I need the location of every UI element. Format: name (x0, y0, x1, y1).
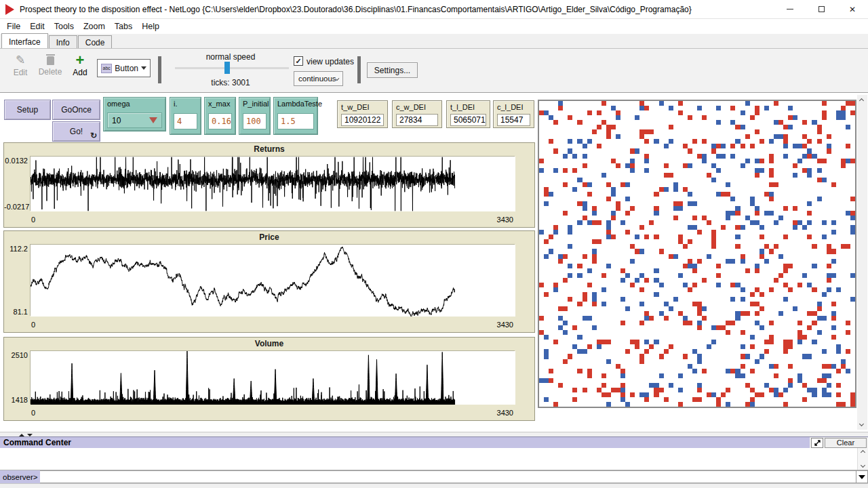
monitor-label: c_l_DEI (497, 103, 524, 111)
input-label: i. (174, 100, 178, 108)
x-axis-min-label: 0 (31, 409, 35, 417)
toolbar-separator (357, 56, 361, 83)
command-center-expand-button[interactable] (811, 438, 823, 448)
chooser-value: 10 (112, 116, 121, 125)
y-axis-max-label: 0.0132 (4, 157, 28, 165)
tabbar: Interface Info Code (0, 34, 868, 49)
edit-widget-button[interactable]: ✎ Edit (8, 55, 33, 77)
scroll-up-icon[interactable] (859, 98, 864, 103)
widget-type-value: Button (115, 64, 138, 73)
window-bottom-edge (0, 484, 868, 488)
monitor-c-l-dei: c_l_DEI 15547 (493, 100, 534, 128)
omega-chooser[interactable]: omega 10 (103, 97, 166, 131)
plot-title: Returns (4, 144, 534, 154)
delete-widget-button[interactable]: Delete (35, 55, 65, 77)
dropdown-triangle-icon (859, 475, 865, 479)
plot-title: Volume (4, 339, 534, 348)
command-input-row: observer> (0, 470, 868, 484)
observer-prompt: observer> (0, 470, 40, 483)
widget-type-dropdown[interactable]: abc Button (97, 59, 151, 77)
chooser-dropdown-icon (149, 117, 157, 123)
x-axis-max-label: 3430 (497, 409, 513, 417)
chevron-down-icon (141, 66, 146, 70)
input-value-field[interactable]: 100 (243, 113, 267, 129)
clear-button[interactable]: Clear (825, 438, 867, 448)
price-plot: Price 112.2 81.1 0 3430 (3, 230, 535, 333)
command-input[interactable] (40, 470, 856, 483)
input-value-field[interactable]: 1.5 (277, 113, 314, 129)
input-label: P_initial (243, 100, 269, 108)
x-axis-min-label: 0 (31, 216, 35, 224)
input-label: LambdaTeste (277, 100, 322, 108)
menu-edit[interactable]: Edit (25, 20, 50, 33)
command-center-splitter[interactable] (0, 432, 868, 436)
add-widget-button[interactable]: + Add (68, 55, 92, 77)
command-center-title: Command Center (0, 437, 810, 448)
chooser-value-box[interactable]: 10 (107, 113, 162, 128)
monitor-c-w-dei: c_w_DEI 27834 (392, 100, 442, 128)
input-p-initial: P_initial 100 (239, 97, 271, 135)
plot-area (30, 350, 515, 404)
menu-tools[interactable]: Tools (50, 20, 79, 33)
monitor-t-w-dei: t_w_DEI 10920122 (337, 100, 388, 128)
input-i: i. 4 (170, 97, 201, 135)
tab-interface[interactable]: Interface (1, 33, 48, 48)
maximize-button[interactable] (806, 0, 837, 19)
window-title: Prospect theory to the disposition effec… (20, 5, 774, 14)
volume-canvas (31, 351, 515, 405)
y-axis-max-label: 2510 (4, 351, 28, 359)
toolbar-separator (158, 56, 161, 83)
tab-code[interactable]: Code (78, 35, 113, 48)
go-once-button[interactable]: GoOnce (52, 100, 100, 120)
netlogo-app-icon (5, 4, 14, 15)
input-value-field[interactable]: 0.16 (208, 113, 232, 129)
minimize-button[interactable] (774, 0, 806, 19)
edit-label: Edit (14, 68, 28, 77)
netlogo-window: Prospect theory to the disposition effec… (0, 0, 868, 488)
titlebar: Prospect theory to the disposition effec… (0, 0, 868, 19)
update-mode-dropdown[interactable]: continuous (294, 71, 343, 86)
y-axis-min-label: -0.0217 (4, 203, 28, 211)
returns-plot: Returns 0.0132 -0.0217 0 3430 (3, 142, 535, 228)
interface-vertical-scrollbar[interactable] (857, 95, 867, 430)
view-updates-checkbox[interactable]: ✓ (294, 56, 303, 66)
menu-file[interactable]: File (2, 20, 25, 33)
monitor-label: t_w_DEI (341, 103, 370, 111)
monitor-t-l-dei: t_l_DEI 5065071 (446, 100, 490, 128)
forever-loop-icon: ↻ (90, 131, 97, 140)
x-axis-max-label: 3430 (497, 321, 513, 329)
monitor-label: c_w_DEI (396, 103, 426, 111)
go-label: Go! (70, 127, 83, 136)
close-button[interactable]: ✕ (837, 0, 868, 19)
monitor-value: 5065071 (450, 114, 486, 126)
menu-tabs[interactable]: Tabs (110, 20, 137, 33)
setup-button[interactable]: Setup (4, 100, 51, 120)
settings-button[interactable]: Settings... (367, 62, 418, 78)
speed-slider-track[interactable] (175, 67, 289, 69)
command-center-header: Command Center Clear (0, 436, 868, 448)
menu-zoom[interactable]: Zoom (79, 20, 110, 33)
command-history-dropdown[interactable] (856, 470, 868, 483)
command-center-output (0, 448, 868, 470)
volume-plot: Volume 2510 1418 0 3430 (3, 337, 535, 421)
returns-canvas (31, 157, 515, 211)
input-value-field[interactable]: 4 (174, 113, 197, 129)
speed-slider-thumb[interactable] (224, 62, 230, 74)
menubar: File Edit Tools Zoom Tabs Help (0, 19, 868, 34)
speed-slider-label: normal speed (173, 52, 288, 62)
scroll-up-icon[interactable] (861, 450, 865, 455)
scroll-down-icon[interactable] (859, 422, 864, 426)
menu-help[interactable]: Help (137, 20, 164, 33)
world-view[interactable] (538, 100, 856, 408)
pencil-icon: ✎ (16, 55, 25, 66)
tab-info[interactable]: Info (49, 35, 77, 48)
output-scrollbar[interactable] (857, 448, 868, 470)
delete-label: Delete (39, 67, 62, 77)
scroll-down-icon[interactable] (861, 463, 865, 468)
input-x-max: x_max 0.16 (204, 97, 236, 135)
close-icon: ✕ (849, 5, 856, 14)
x-axis-min-label: 0 (31, 321, 35, 329)
go-forever-button[interactable]: Go! ↻ (52, 121, 100, 142)
world-canvas[interactable] (539, 101, 855, 407)
view-updates-label: view updates (307, 57, 354, 66)
